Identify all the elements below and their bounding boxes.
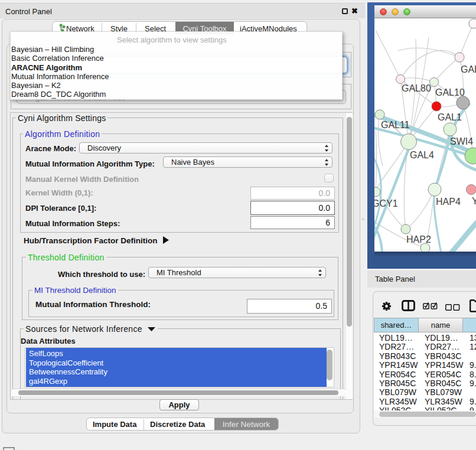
svg-text:SWI4: SWI4 bbox=[450, 136, 473, 146]
svg-text:GAL80: GAL80 bbox=[402, 83, 431, 93]
svg-text:HAP4: HAP4 bbox=[436, 197, 461, 207]
svg-text:Y: Y bbox=[472, 196, 476, 206]
svg-text:GAL11: GAL11 bbox=[381, 120, 410, 130]
svg-text:HAP2: HAP2 bbox=[406, 234, 431, 244]
svg-text:GAL4: GAL4 bbox=[410, 150, 434, 160]
svg-text:GCY1: GCY1 bbox=[374, 198, 398, 208]
svg-text:GAL7: GAL7 bbox=[461, 64, 476, 74]
svg-text:GAL1: GAL1 bbox=[438, 112, 462, 122]
svg-text:GAL10: GAL10 bbox=[435, 87, 465, 97]
